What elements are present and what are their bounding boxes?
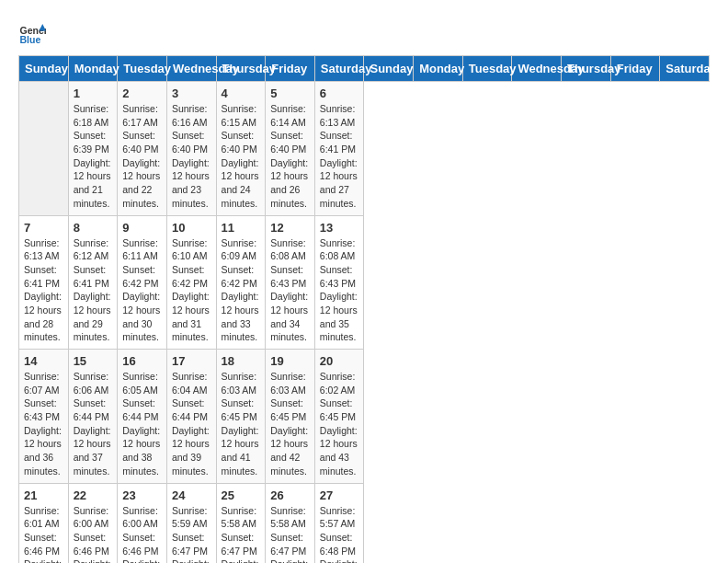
day-number: 19: [270, 354, 310, 368]
day-detail: Sunrise: 6:03 AMSunset: 6:45 PMDaylight:…: [270, 370, 310, 478]
day-detail: Sunrise: 5:58 AMSunset: 6:47 PMDaylight:…: [270, 504, 310, 564]
day-number: 7: [24, 221, 63, 235]
day-detail: Sunrise: 6:06 AMSunset: 6:44 PMDaylight:…: [74, 370, 113, 478]
svg-text:Blue: Blue: [20, 34, 41, 45]
calendar-cell: 27Sunrise: 5:57 AMSunset: 6:48 PMDayligh…: [314, 483, 364, 563]
day-number: 1: [74, 86, 113, 100]
day-number: 14: [24, 354, 63, 368]
day-detail: Sunrise: 6:07 AMSunset: 6:43 PMDaylight:…: [24, 370, 63, 478]
day-of-week-header: Thursday: [216, 56, 266, 82]
logo-icon: General Blue: [18, 18, 46, 46]
day-number: 10: [172, 221, 211, 235]
day-number: 3: [172, 86, 211, 100]
day-number: 18: [222, 354, 261, 368]
day-number: 26: [270, 488, 310, 502]
day-detail: Sunrise: 6:02 AMSunset: 6:45 PMDaylight:…: [320, 370, 359, 478]
day-number: 9: [122, 221, 162, 235]
weekday-header: Thursday: [562, 56, 611, 82]
calendar-cell: 13Sunrise: 6:08 AMSunset: 6:43 PMDayligh…: [314, 215, 364, 350]
calendar-cell: 6Sunrise: 6:13 AMSunset: 6:41 PMDaylight…: [314, 82, 364, 216]
day-number: 23: [122, 488, 162, 502]
day-detail: Sunrise: 6:03 AMSunset: 6:45 PMDaylight:…: [222, 370, 261, 478]
weekday-header: Friday: [610, 56, 660, 82]
calendar-cell: 3Sunrise: 6:16 AMSunset: 6:40 PMDaylight…: [166, 82, 216, 216]
calendar-cell: 16Sunrise: 6:05 AMSunset: 6:44 PMDayligh…: [118, 350, 167, 484]
calendar-header-row: SundayMondayTuesdayWednesdayThursdayFrid…: [19, 56, 710, 82]
day-number: 11: [222, 221, 261, 235]
day-number: 2: [122, 86, 162, 100]
page-header: General Blue: [18, 18, 710, 46]
day-detail: Sunrise: 6:10 AMSunset: 6:42 PMDaylight:…: [172, 236, 211, 345]
day-detail: Sunrise: 6:13 AMSunset: 6:41 PMDaylight:…: [24, 236, 63, 345]
day-number: 17: [172, 354, 211, 368]
day-of-week-header: Sunday: [19, 56, 69, 82]
day-number: 24: [172, 488, 211, 502]
day-number: 25: [222, 488, 261, 502]
day-detail: Sunrise: 6:16 AMSunset: 6:40 PMDaylight:…: [172, 102, 211, 211]
day-of-week-header: Wednesday: [166, 56, 216, 82]
calendar-cell: 23Sunrise: 6:00 AMSunset: 6:46 PMDayligh…: [118, 483, 167, 563]
calendar-week-row: 1Sunrise: 6:18 AMSunset: 6:39 PMDaylight…: [19, 82, 710, 216]
weekday-header: Sunday: [364, 56, 414, 82]
calendar-cell: 9Sunrise: 6:11 AMSunset: 6:42 PMDaylight…: [118, 215, 167, 350]
calendar-week-row: 14Sunrise: 6:07 AMSunset: 6:43 PMDayligh…: [19, 350, 710, 484]
day-number: 27: [320, 488, 359, 502]
calendar-cell: 21Sunrise: 6:01 AMSunset: 6:46 PMDayligh…: [19, 483, 69, 563]
calendar-cell: 4Sunrise: 6:15 AMSunset: 6:40 PMDaylight…: [216, 82, 266, 216]
calendar-cell: 18Sunrise: 6:03 AMSunset: 6:45 PMDayligh…: [216, 350, 266, 484]
calendar-cell: 15Sunrise: 6:06 AMSunset: 6:44 PMDayligh…: [68, 350, 118, 484]
day-of-week-header: Tuesday: [118, 56, 167, 82]
calendar-cell: 5Sunrise: 6:14 AMSunset: 6:40 PMDaylight…: [266, 82, 315, 216]
day-detail: Sunrise: 6:18 AMSunset: 6:39 PMDaylight:…: [74, 102, 113, 211]
day-detail: Sunrise: 6:01 AMSunset: 6:46 PMDaylight:…: [24, 504, 63, 564]
day-detail: Sunrise: 6:09 AMSunset: 6:42 PMDaylight:…: [222, 236, 261, 345]
day-detail: Sunrise: 6:00 AMSunset: 6:46 PMDaylight:…: [74, 504, 113, 564]
weekday-header: Saturday: [660, 56, 710, 82]
calendar-week-row: 21Sunrise: 6:01 AMSunset: 6:46 PMDayligh…: [19, 483, 710, 563]
calendar-cell: 22Sunrise: 6:00 AMSunset: 6:46 PMDayligh…: [68, 483, 118, 563]
calendar-cell: 14Sunrise: 6:07 AMSunset: 6:43 PMDayligh…: [19, 350, 69, 484]
day-detail: Sunrise: 6:14 AMSunset: 6:40 PMDaylight:…: [270, 102, 310, 211]
calendar-cell: 7Sunrise: 6:13 AMSunset: 6:41 PMDaylight…: [19, 215, 69, 350]
calendar-cell: 19Sunrise: 6:03 AMSunset: 6:45 PMDayligh…: [266, 350, 315, 484]
calendar-cell: 11Sunrise: 6:09 AMSunset: 6:42 PMDayligh…: [216, 215, 266, 350]
calendar-cell: 12Sunrise: 6:08 AMSunset: 6:43 PMDayligh…: [266, 215, 315, 350]
weekday-header: Tuesday: [462, 56, 512, 82]
calendar-cell: 25Sunrise: 5:58 AMSunset: 6:47 PMDayligh…: [216, 483, 266, 563]
day-of-week-header: Saturday: [314, 56, 364, 82]
day-detail: Sunrise: 6:17 AMSunset: 6:40 PMDaylight:…: [122, 102, 162, 211]
day-number: 21: [24, 488, 63, 502]
logo: General Blue: [18, 18, 46, 46]
day-detail: Sunrise: 6:05 AMSunset: 6:44 PMDaylight:…: [122, 370, 162, 478]
day-detail: Sunrise: 6:04 AMSunset: 6:44 PMDaylight:…: [172, 370, 211, 478]
day-number: 16: [122, 354, 162, 368]
day-detail: Sunrise: 6:08 AMSunset: 6:43 PMDaylight:…: [270, 236, 310, 345]
day-detail: Sunrise: 5:59 AMSunset: 6:47 PMDaylight:…: [172, 504, 211, 564]
calendar-cell: 2Sunrise: 6:17 AMSunset: 6:40 PMDaylight…: [118, 82, 167, 216]
weekday-header: Monday: [414, 56, 463, 82]
day-number: 15: [74, 354, 113, 368]
calendar-cell: 26Sunrise: 5:58 AMSunset: 6:47 PMDayligh…: [266, 483, 315, 563]
day-detail: Sunrise: 6:11 AMSunset: 6:42 PMDaylight:…: [122, 236, 162, 345]
day-number: 12: [270, 221, 310, 235]
calendar-cell: 20Sunrise: 6:02 AMSunset: 6:45 PMDayligh…: [314, 350, 364, 484]
calendar-cell: 17Sunrise: 6:04 AMSunset: 6:44 PMDayligh…: [166, 350, 216, 484]
day-of-week-header: Monday: [68, 56, 118, 82]
day-of-week-header: Friday: [266, 56, 315, 82]
day-number: 20: [320, 354, 359, 368]
day-number: 5: [270, 86, 310, 100]
calendar-cell: 24Sunrise: 5:59 AMSunset: 6:47 PMDayligh…: [166, 483, 216, 563]
day-detail: Sunrise: 6:08 AMSunset: 6:43 PMDaylight:…: [320, 236, 359, 345]
calendar-cell: 8Sunrise: 6:12 AMSunset: 6:41 PMDaylight…: [68, 215, 118, 350]
day-detail: Sunrise: 6:12 AMSunset: 6:41 PMDaylight:…: [74, 236, 113, 345]
day-number: 8: [74, 221, 113, 235]
day-number: 4: [222, 86, 261, 100]
day-number: 22: [74, 488, 113, 502]
day-detail: Sunrise: 5:57 AMSunset: 6:48 PMDaylight:…: [320, 504, 359, 564]
calendar-week-row: 7Sunrise: 6:13 AMSunset: 6:41 PMDaylight…: [19, 215, 710, 350]
calendar-table: SundayMondayTuesdayWednesdayThursdayFrid…: [18, 55, 710, 563]
day-detail: Sunrise: 5:58 AMSunset: 6:47 PMDaylight:…: [222, 504, 261, 564]
weekday-header: Wednesday: [512, 56, 562, 82]
day-detail: Sunrise: 6:15 AMSunset: 6:40 PMDaylight:…: [222, 102, 261, 211]
day-number: 6: [320, 86, 359, 100]
